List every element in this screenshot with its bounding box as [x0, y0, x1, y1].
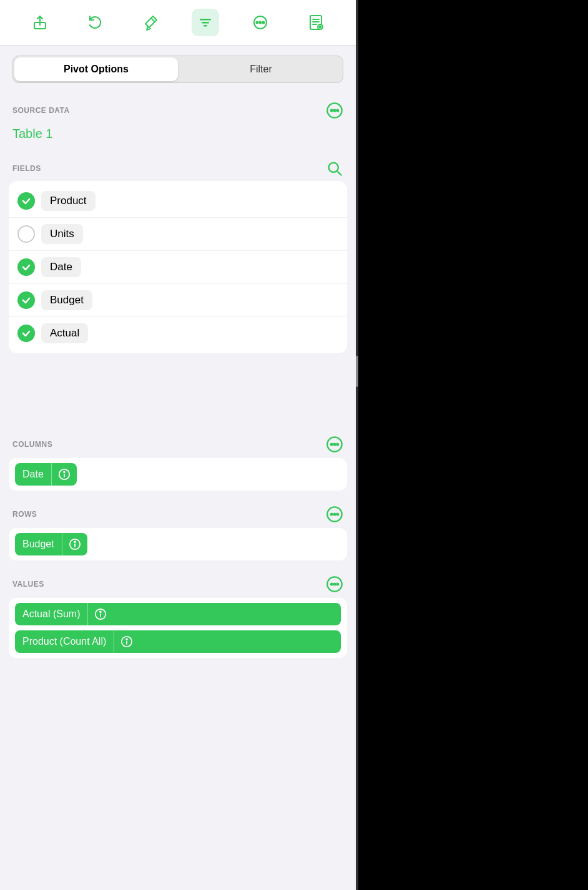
columns-date-chip-info[interactable]	[51, 463, 77, 486]
fields-empty-space	[0, 353, 356, 428]
svg-point-18	[331, 444, 333, 446]
field-tag-product: Product	[41, 191, 96, 211]
field-item-date[interactable]: Date	[9, 250, 347, 283]
fields-search-icon[interactable]	[326, 160, 343, 177]
scrollbar-thumb	[356, 356, 358, 387]
svg-point-13	[331, 110, 333, 112]
right-panel	[356, 0, 588, 890]
svg-rect-4	[203, 25, 207, 27]
field-item-actual[interactable]: Actual	[9, 316, 347, 350]
svg-rect-2	[200, 19, 211, 21]
columns-section: COLUMNS Date	[0, 428, 356, 498]
rows-chip-container: Budget	[9, 528, 347, 560]
fields-label: FIELDS	[12, 164, 41, 173]
svg-point-32	[331, 584, 333, 585]
svg-point-6	[257, 22, 258, 24]
rows-budget-chip-label: Budget	[15, 534, 62, 555]
columns-date-chip-label: Date	[15, 464, 51, 485]
svg-point-26	[334, 514, 336, 516]
values-product-count-info[interactable]	[114, 630, 139, 653]
rows-label: ROWS	[12, 510, 37, 519]
svg-point-19	[334, 444, 336, 446]
rows-more-icon[interactable]	[326, 506, 343, 523]
columns-label: COLUMNS	[12, 440, 52, 449]
svg-point-27	[336, 514, 338, 516]
columns-date-chip[interactable]: Date	[15, 463, 77, 486]
columns-more-icon[interactable]	[326, 436, 343, 453]
svg-point-37	[100, 611, 102, 612]
svg-point-23	[64, 471, 65, 472]
field-tag-actual: Actual	[41, 323, 88, 343]
filter-list-icon[interactable]	[192, 9, 219, 36]
checkbox-product[interactable]	[17, 192, 35, 210]
toolbar	[0, 0, 356, 46]
svg-point-30	[74, 541, 76, 542]
annotate-icon[interactable]	[137, 9, 164, 36]
svg-point-40	[126, 638, 127, 640]
values-product-count-chip[interactable]: Product (Count All)	[15, 630, 341, 653]
report-icon[interactable]	[302, 9, 330, 36]
share-icon[interactable]	[26, 9, 54, 36]
field-tag-units: Units	[41, 224, 83, 244]
checkbox-actual[interactable]	[17, 325, 35, 342]
rows-budget-chip-info[interactable]	[62, 533, 87, 555]
segmented-control: Pivot Options Filter	[12, 56, 343, 83]
source-data-label: SOURCE DATA	[12, 106, 70, 115]
values-section: VALUES Actual (Sum)	[0, 568, 356, 665]
svg-point-11	[319, 26, 321, 28]
pivot-options-tab[interactable]: Pivot Options	[14, 57, 178, 81]
rows-section: ROWS Budget	[0, 498, 356, 568]
panel-divider	[356, 0, 358, 890]
more-icon[interactable]	[247, 9, 274, 36]
values-product-count-label: Product (Count All)	[15, 631, 114, 652]
field-tag-date: Date	[41, 257, 81, 277]
filter-tab[interactable]: Filter	[179, 56, 343, 82]
fields-section: FIELDS	[0, 154, 356, 181]
source-data-more-icon[interactable]	[326, 102, 343, 119]
undo-icon[interactable]	[81, 9, 109, 36]
svg-point-7	[260, 22, 262, 24]
field-item-budget[interactable]: Budget	[9, 283, 347, 316]
values-label: VALUES	[12, 580, 44, 589]
rows-budget-chip[interactable]: Budget	[15, 533, 87, 555]
field-item-product[interactable]: Product	[9, 185, 347, 217]
values-chip-container: Actual (Sum) Product (Count All)	[9, 598, 347, 658]
svg-point-8	[263, 22, 265, 24]
field-item-units[interactable]: Units	[9, 217, 347, 250]
checkbox-date[interactable]	[17, 258, 35, 276]
values-actual-sum-chip[interactable]: Actual (Sum)	[15, 603, 341, 625]
svg-point-15	[336, 110, 338, 112]
svg-point-14	[334, 110, 336, 112]
checkbox-units[interactable]	[17, 225, 35, 243]
bottom-spacer	[0, 665, 356, 678]
svg-point-25	[331, 514, 333, 516]
source-data-section: SOURCE DATA Table 1	[0, 95, 356, 149]
checkbox-budget[interactable]	[17, 291, 35, 309]
svg-point-34	[336, 584, 338, 585]
values-actual-sum-label: Actual (Sum)	[15, 604, 87, 625]
values-more-icon[interactable]	[326, 575, 343, 593]
svg-point-33	[334, 584, 336, 585]
values-actual-sum-info[interactable]	[87, 603, 113, 625]
columns-chip-container: Date	[9, 458, 347, 491]
field-tag-budget: Budget	[41, 290, 92, 310]
svg-rect-3	[202, 22, 209, 24]
table-link[interactable]: Table 1	[12, 123, 343, 149]
fields-list: Product Units Date	[9, 181, 347, 353]
svg-point-20	[336, 444, 338, 446]
